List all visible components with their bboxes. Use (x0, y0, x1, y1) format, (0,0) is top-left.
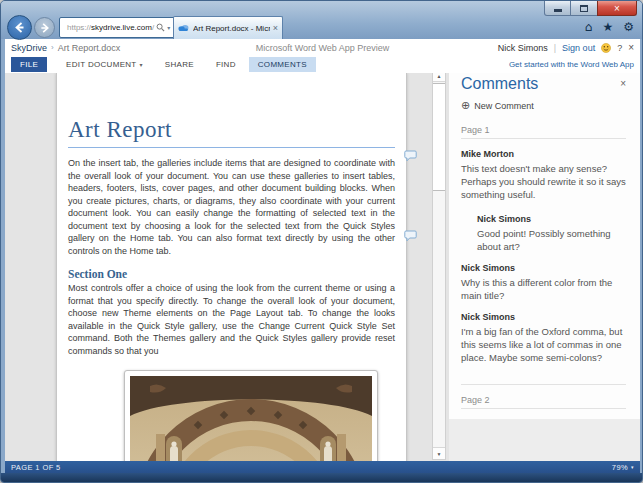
home-icon[interactable]: ⌂ (585, 21, 593, 33)
menu-find[interactable]: FIND (207, 57, 245, 72)
get-started-link[interactable]: Get started with the Word Web App (509, 60, 634, 69)
window-frame-bottom (1, 473, 643, 483)
breadcrumb-doc-name: Art Report.docx (58, 43, 121, 53)
plus-circle-icon: ⊕ (461, 99, 470, 112)
comment[interactable]: Mike MortonThis text doesn't make any se… (461, 149, 626, 201)
content-area: Art Report On the insert tab, the galler… (5, 73, 640, 461)
caret-down-icon: ▾ (140, 62, 143, 68)
help-icon[interactable]: ? (617, 43, 622, 53)
scrollbar-thumb[interactable] (433, 83, 445, 191)
close-window-button[interactable]: × (597, 1, 637, 16)
comment-marker-icon[interactable] (404, 228, 417, 240)
user-area: Nick Simons | Sign out ? × (498, 42, 634, 53)
comment-author: Mike Morton (461, 149, 626, 159)
comments-close-icon[interactable]: × (620, 78, 626, 89)
status-bar: PAGE 1 OF 5 79% ▾ (5, 461, 640, 473)
document-paragraph-2: Most controls offer a choice of using th… (68, 282, 395, 357)
comment-text: This text doesn't make any sense? Perhap… (461, 162, 626, 201)
menu-comments[interactable]: COMMENTS (249, 57, 316, 72)
comment-text: Good point! Possibly something about art… (477, 227, 626, 253)
menu-share[interactable]: SHARE (156, 57, 203, 72)
new-comment-button[interactable]: ⊕ New Comment (461, 99, 626, 112)
menu-bar: FILE EDIT DOCUMENT▾ SHARE FIND COMMENTS … (5, 56, 640, 73)
section-heading: Section One (68, 268, 395, 280)
browser-toolbar-icons: ⌂ ★ ⚙ (585, 21, 634, 33)
word-web-app: SkyDrive › Art Report.docx Microsoft Wor… (5, 39, 640, 461)
url-text: https://skydrive.live.com/ (67, 23, 154, 32)
comment-author: Nick Simons (477, 214, 626, 224)
comment[interactable]: Nick SimonsI'm a big fan of the Oxford c… (461, 312, 626, 364)
skydrive-brand-link[interactable]: SkyDrive (11, 43, 47, 53)
comment[interactable]: Nick SimonsWhy is this a different color… (461, 263, 626, 302)
document-paragraph-1: On the insert tab, the galleries include… (68, 157, 395, 257)
window-controls: × (544, 1, 637, 16)
search-icon[interactable] (156, 23, 165, 32)
comments-page-header: Page 2 (461, 384, 626, 409)
back-arrow-icon (14, 22, 25, 33)
zoom-level: 79% (612, 463, 628, 472)
user-name: Nick Simons (498, 43, 548, 53)
comment-text: Why is this a different color from the m… (461, 276, 626, 302)
comments-panel-footer (449, 419, 640, 461)
comments-panel-header: Comments × (461, 75, 626, 93)
browser-tab[interactable]: Art Report.docx - Microsoft... × (173, 16, 283, 39)
document-canvas: Art Report On the insert tab, the galler… (5, 73, 449, 461)
menu-file[interactable]: FILE (11, 57, 47, 72)
chevron-down-icon[interactable]: ▾ (167, 24, 170, 31)
feedback-smiley-icon[interactable] (601, 43, 611, 53)
sign-out-link[interactable]: Sign out (562, 43, 595, 53)
tools-gear-icon[interactable]: ⚙ (623, 21, 634, 33)
zoom-caret-icon: ▾ (631, 464, 634, 470)
maximize-icon (580, 5, 588, 12)
minimize-icon (554, 9, 562, 12)
comments-page-header: Page 1 (461, 125, 626, 139)
divider: | (554, 43, 556, 53)
comments-panel: Comments × ⊕ New Comment Page 1Mike Mort… (449, 73, 640, 461)
browser-chrome: × https://skydrive.live.com/ ▾ (1, 1, 643, 39)
favorites-star-icon[interactable]: ★ (602, 21, 613, 33)
comment-reply[interactable]: Nick SimonsGood point! Possibly somethin… (477, 214, 626, 253)
scroll-up-icon[interactable]: ▲ (433, 73, 445, 82)
minimize-button[interactable] (544, 1, 571, 16)
comment-marker-icon[interactable] (404, 148, 417, 160)
document-image-school-of-athens[interactable] (124, 370, 378, 461)
school-of-athens-painting (130, 376, 372, 461)
document-page[interactable]: Art Report On the insert tab, the galler… (56, 73, 407, 461)
page-indicator: PAGE 1 OF 5 (11, 463, 61, 472)
forward-button[interactable] (34, 17, 55, 38)
title-rule (68, 147, 395, 148)
scroll-down-icon[interactable]: ▼ (433, 447, 445, 459)
comment-text: I'm a big fan of the Oxford comma, but t… (461, 325, 626, 364)
app-header: SkyDrive › Art Report.docx Microsoft Wor… (5, 39, 640, 56)
tab-favicon (178, 24, 189, 32)
back-button[interactable] (7, 15, 32, 40)
document-scrollbar[interactable]: ▲ ▼ (432, 73, 446, 460)
comment-author: Nick Simons (461, 312, 626, 322)
tab-title: Art Report.docx - Microsoft... (193, 24, 270, 33)
maximize-button[interactable] (571, 1, 597, 16)
close-app-icon[interactable]: × (628, 42, 634, 53)
forward-arrow-icon (40, 23, 50, 33)
document-title: Art Report (68, 117, 395, 143)
menu-edit-document[interactable]: EDIT DOCUMENT▾ (57, 57, 152, 72)
comment-author: Nick Simons (461, 263, 626, 273)
browser-window: × https://skydrive.live.com/ ▾ (0, 0, 643, 483)
breadcrumb-separator: › (51, 43, 54, 52)
address-bar[interactable]: https://skydrive.live.com/ ▾ × (59, 17, 185, 38)
navigation-row: https://skydrive.live.com/ ▾ × (7, 15, 185, 40)
new-comment-label: New Comment (474, 101, 534, 111)
zoom-control[interactable]: 79% ▾ (612, 463, 634, 472)
close-icon: × (614, 3, 620, 14)
comments-panel-title: Comments (461, 75, 538, 93)
tab-close-icon[interactable]: × (273, 23, 278, 33)
